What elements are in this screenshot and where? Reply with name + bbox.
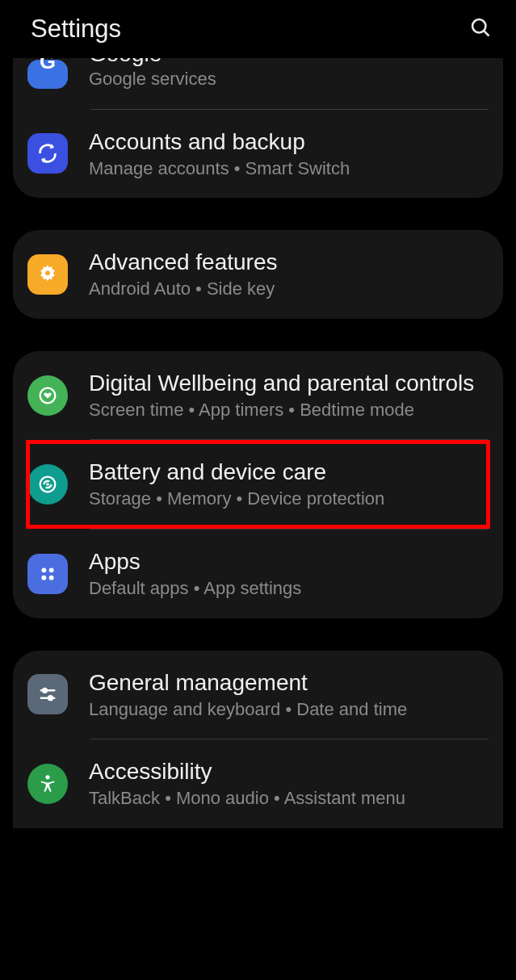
item-title: Digital Wellbeing and parental controls xyxy=(89,369,484,397)
item-text: Digital Wellbeing and parental controls … xyxy=(89,369,484,422)
svg-point-0 xyxy=(472,19,485,32)
item-title: Accessibility xyxy=(89,757,484,785)
search-icon xyxy=(469,16,492,39)
settings-item-accounts-backup[interactable]: Accounts and backup Manage accounts • Sm… xyxy=(13,110,503,199)
svg-point-7 xyxy=(41,567,46,572)
svg-point-12 xyxy=(43,689,47,693)
item-title: General management xyxy=(89,668,484,697)
settings-item-google[interactable]: G Google Google services xyxy=(13,58,503,109)
item-subtitle: Google services xyxy=(89,68,484,91)
settings-group-accounts: G Google Google services Accounts and ba… xyxy=(13,58,503,198)
svg-line-1 xyxy=(485,31,489,36)
item-subtitle: Screen time • App timers • Bedtime mode xyxy=(89,399,484,422)
settings-group-device: Digital Wellbeing and parental controls … xyxy=(13,351,503,618)
settings-item-general-management[interactable]: General management Language and keyboard… xyxy=(13,651,503,739)
item-title: Battery and device care xyxy=(89,458,484,486)
svg-point-6 xyxy=(46,483,49,486)
accessibility-icon xyxy=(27,764,68,804)
sliders-icon xyxy=(27,674,68,714)
item-text: General management Language and keyboard… xyxy=(89,668,484,722)
settings-item-apps[interactable]: Apps Default apps • App settings xyxy=(13,530,503,618)
svg-point-10 xyxy=(49,576,54,580)
app-header: Settings xyxy=(0,0,516,58)
svg-point-3 xyxy=(45,270,50,275)
settings-item-advanced-features[interactable]: Advanced features Android Auto • Side ke… xyxy=(13,230,503,319)
svg-point-14 xyxy=(48,697,52,701)
item-text: Battery and device care Storage • Memory… xyxy=(89,458,484,511)
item-subtitle: Default apps • App settings xyxy=(89,577,484,601)
settings-item-digital-wellbeing[interactable]: Digital Wellbeing and parental controls … xyxy=(13,351,503,440)
item-subtitle: Language and keyboard • Date and time xyxy=(89,698,484,722)
item-title: Apps xyxy=(89,547,484,576)
item-text: Google Google services xyxy=(89,58,484,91)
settings-group-advanced: Advanced features Android Auto • Side ke… xyxy=(13,230,503,319)
item-text: Accessibility TalkBack • Mono audio • As… xyxy=(89,757,484,810)
svg-point-9 xyxy=(41,576,46,580)
item-subtitle: Android Auto • Side key xyxy=(89,278,484,301)
item-subtitle: Manage accounts • Smart Switch xyxy=(89,157,484,181)
gear-plus-icon xyxy=(27,254,68,295)
item-subtitle: Storage • Memory • Device protection xyxy=(89,488,484,511)
item-text: Accounts and backup Manage accounts • Sm… xyxy=(89,128,484,181)
item-text: Advanced features Android Auto • Side ke… xyxy=(89,248,484,301)
svg-point-8 xyxy=(49,567,54,572)
google-icon: G xyxy=(27,60,68,89)
device-care-icon xyxy=(27,464,68,505)
sync-icon xyxy=(27,133,68,174)
svg-text:G: G xyxy=(40,58,56,73)
item-subtitle: TalkBack • Mono audio • Assistant menu xyxy=(89,787,484,810)
item-text: Apps Default apps • App settings xyxy=(89,547,484,601)
svg-point-15 xyxy=(45,775,49,779)
settings-item-accessibility[interactable]: Accessibility TalkBack • Mono audio • As… xyxy=(13,739,503,828)
settings-item-battery-device-care[interactable]: Battery and device care Storage • Memory… xyxy=(13,440,503,529)
search-button[interactable] xyxy=(469,16,492,42)
settings-group-system: General management Language and keyboard… xyxy=(13,651,503,828)
item-title: Advanced features xyxy=(89,248,484,276)
heart-circle-icon xyxy=(27,375,68,416)
item-title: Accounts and backup xyxy=(89,128,484,156)
apps-grid-icon xyxy=(27,554,68,594)
page-title: Settings xyxy=(31,15,121,44)
item-title: Google xyxy=(89,58,484,66)
